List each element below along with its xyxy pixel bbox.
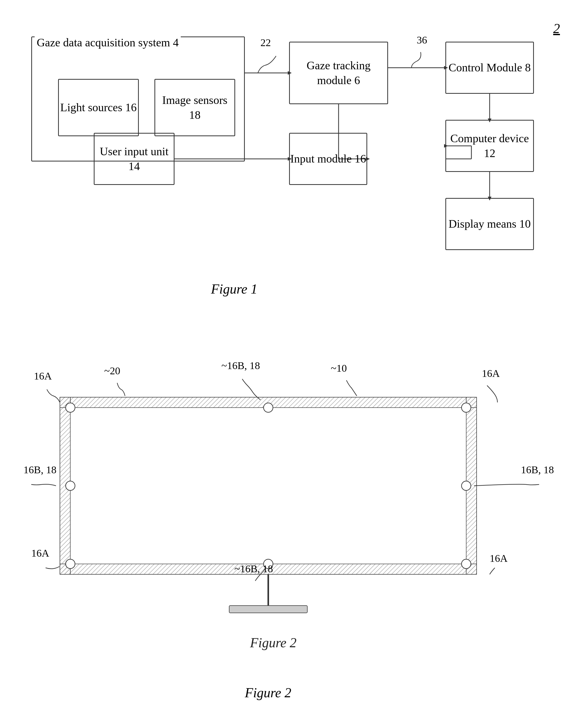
image-sensors-box: Image sensors 18 <box>155 79 235 136</box>
fig2-ref-right-16b18: 16B, 18 <box>521 464 554 476</box>
svg-rect-21 <box>70 408 466 564</box>
display-means-box: Display means 10 <box>445 198 534 250</box>
figure1-caption: Figure 1 <box>211 281 258 297</box>
svg-point-30 <box>65 559 75 569</box>
light-sources-box: Light sources 16 <box>58 79 139 136</box>
fig2-ref-bottom-right-16a: 16A <box>490 552 508 565</box>
fig2-ref-20: ~20 <box>104 365 120 377</box>
light-sources-label: Light sources 16 <box>60 100 136 115</box>
svg-point-32 <box>461 559 471 569</box>
user-input-label: User input unit 14 <box>95 144 174 174</box>
svg-point-26 <box>264 403 273 412</box>
svg-point-25 <box>65 403 75 412</box>
gaze-tracking-box: Gaze tracking module 6 <box>289 42 388 104</box>
fig2-ref-top-16b18: ~16B, 18 <box>221 360 260 372</box>
fig2-ref-top-left-16a: 16A <box>34 370 52 382</box>
image-sensors-label: Image sensors 18 <box>155 93 234 123</box>
ref-number-2: 2 <box>553 21 560 36</box>
display-means-label: Display means 10 <box>449 216 531 231</box>
fig2-ref-bottom-16b18: ~16B, 18 <box>234 563 273 575</box>
ref-36-label: 36 <box>417 34 427 46</box>
fig2-ref-left-16b18: 16B, 18 <box>23 464 56 476</box>
computer-device-box: Computer device 12 <box>445 120 534 172</box>
ref-22-label: 22 <box>261 36 271 49</box>
user-input-box: User input unit 14 <box>94 133 175 185</box>
gaze-acquisition-label: Gaze data acquisition system 4 <box>35 36 181 49</box>
fig2-ref-top-right-16a: 16A <box>482 367 500 380</box>
svg-point-29 <box>461 481 471 491</box>
svg-point-27 <box>461 403 471 412</box>
svg-point-28 <box>65 481 75 491</box>
input-module-label: Input module 16 <box>290 151 366 166</box>
input-module-box: Input module 16 <box>289 133 367 185</box>
figure1-area: 2 Gaze data acquisit <box>16 16 570 315</box>
control-module-box: Control Module 8 <box>445 42 534 94</box>
gaze-tracking-label: Gaze tracking module 6 <box>290 58 387 88</box>
fig2-ref-10: ~10 <box>331 362 347 374</box>
fig2-ref-bottom-left-16a: 16A <box>31 547 49 559</box>
figure2-svg: Figure 2 <box>16 333 570 698</box>
figure2-caption: Figure 2 <box>245 685 291 700</box>
svg-text:Figure 2: Figure 2 <box>250 635 297 650</box>
computer-device-label: Computer device 12 <box>446 131 533 161</box>
control-module-label: Control Module 8 <box>449 60 531 75</box>
svg-rect-23 <box>229 605 307 613</box>
figure2-area: Figure 2 16A ~20 ~16B, 18 ~10 16A 16B, 1… <box>16 333 570 698</box>
